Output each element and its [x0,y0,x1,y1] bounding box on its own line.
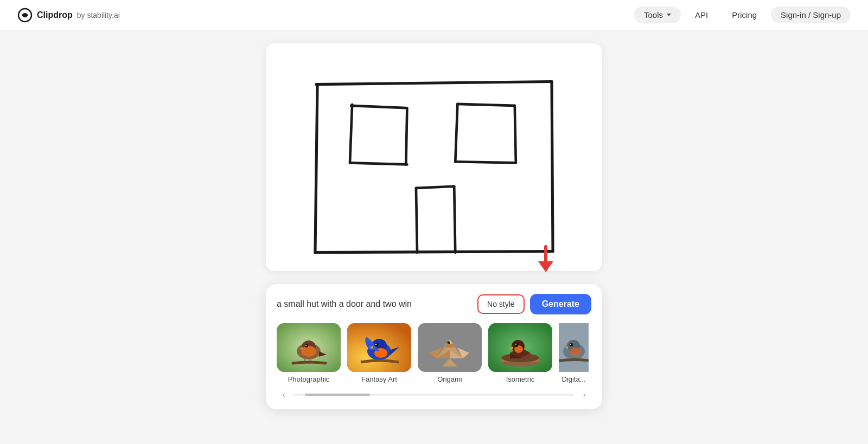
style-label-origami: Origami [437,375,462,383]
logo-sub: by stability.ai [77,11,120,20]
sketch-canvas[interactable] [266,43,602,271]
svg-point-41 [570,344,571,345]
scrollbar-row: ‹ › [277,389,591,401]
generate-button[interactable]: Generate [530,294,591,314]
svg-point-39 [570,348,581,356]
no-style-button[interactable]: No style [477,294,525,314]
style-label-isometric: Isometric [506,375,535,383]
nav-actions: Tools API Pricing Sign-in / Sign-up [634,7,851,23]
navbar: Clipdrop by stability.ai Tools API Prici… [0,0,868,30]
signin-button[interactable]: Sign-in / Sign-up [771,7,851,23]
style-label-photographic: Photographic [288,375,330,383]
scrollbar-thumb[interactable] [305,394,370,396]
arrow-shaft [544,245,547,261]
svg-point-40 [570,343,573,346]
clipdrop-logo-icon [17,8,33,23]
scrollbar-track[interactable] [294,394,574,396]
scroll-right-arrow[interactable]: › [578,389,590,401]
svg-point-34 [515,344,518,347]
prompt-input[interactable] [277,297,472,311]
pricing-link[interactable]: Pricing [722,7,767,23]
style-thumb-digital [559,323,589,372]
style-item-origami[interactable]: Origami [418,323,482,383]
scroll-left-arrow[interactable]: ‹ [278,389,290,401]
logo: Clipdrop by stability.ai [17,8,120,23]
arrow-annotation [538,245,553,272]
sketch-drawing [266,43,602,271]
style-thumb-fantasy [347,323,411,372]
api-link[interactable]: API [685,7,718,23]
svg-point-4 [301,346,316,357]
style-thumb-photographic [277,323,341,372]
style-thumb-origami [418,323,482,372]
tools-menu-button[interactable]: Tools [634,7,681,23]
style-gallery: Photographic [277,323,591,383]
svg-point-5 [305,344,308,348]
svg-point-13 [375,343,379,347]
svg-point-23 [448,342,450,344]
style-item-photographic[interactable]: Photographic [277,323,341,383]
arrow-head [538,261,553,272]
style-label-digital: Digita... [559,375,589,383]
main-content: No style Generate [0,30,868,444]
control-panel: No style Generate [266,284,602,409]
style-item-fantasy[interactable]: Fantasy Art [347,323,411,383]
tools-label: Tools [644,10,663,20]
logo-text: Clipdrop [37,10,73,20]
style-item-isometric[interactable]: Isometric [488,323,552,383]
svg-point-14 [375,344,376,345]
svg-point-35 [515,344,516,345]
style-label-fantasy: Fantasy Art [361,375,397,383]
chevron-down-icon [667,14,671,16]
prompt-row: No style Generate [277,294,591,314]
style-item-digital[interactable]: Digita... [559,323,589,383]
style-thumb-isometric [488,323,552,372]
svg-point-6 [305,345,307,346]
style-gallery-wrapper: Photographic [277,323,591,383]
